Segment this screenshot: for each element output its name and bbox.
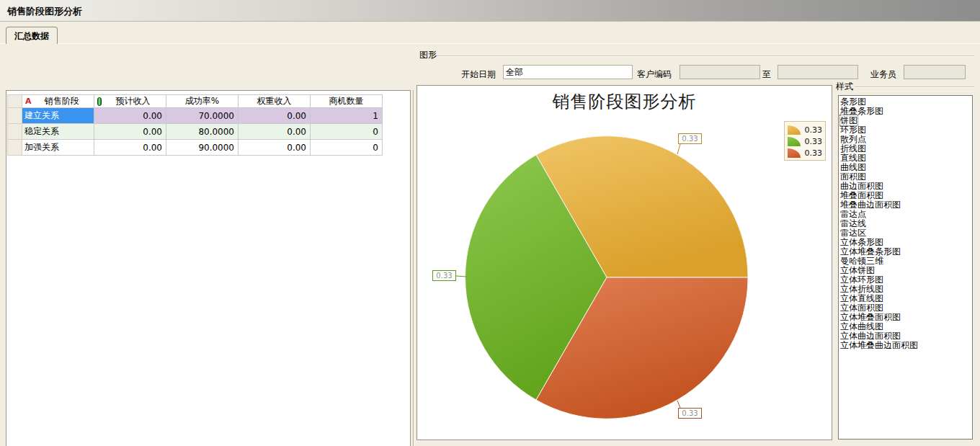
summary-table: A 销售阶段 预计收入 成功率% 权重收入 商机数量 bbox=[7, 94, 383, 156]
col-header-opportunity-count[interactable]: 商机数量 bbox=[311, 95, 383, 108]
customer-code-input[interactable] bbox=[680, 65, 760, 79]
table-header-row: A 销售阶段 预计收入 成功率% 权重收入 商机数量 bbox=[8, 95, 383, 108]
tab-label: 汇总数据 bbox=[14, 31, 49, 41]
cell-expected[interactable]: 0.00 bbox=[94, 108, 166, 124]
style-group-label: 样式 bbox=[836, 81, 853, 93]
cell-success[interactable]: 80.0000 bbox=[166, 124, 239, 140]
graph-group-label: 图形 bbox=[419, 49, 437, 61]
summary-table-panel: A 销售阶段 预计收入 成功率% 权重收入 商机数量 bbox=[6, 90, 411, 446]
cell-weighted[interactable]: 0.00 bbox=[239, 140, 311, 156]
to-label: 至 bbox=[762, 67, 771, 81]
pie-label-red: 0.33 bbox=[678, 408, 702, 419]
chart-legend: 0.33 0.33 0.33 bbox=[784, 121, 826, 161]
tab-page: A 销售阶段 预计收入 成功率% 权重收入 商机数量 bbox=[0, 43, 980, 446]
style-group-line bbox=[855, 86, 974, 88]
tab-summary-data[interactable]: 汇总数据 bbox=[6, 27, 58, 44]
row-selector[interactable] bbox=[8, 124, 22, 140]
chart-title: 销售阶段图形分析 bbox=[417, 90, 832, 113]
sales-stage-analysis-window: 销售阶段图形分析 汇总数据 A 销售阶段 bbox=[0, 0, 980, 446]
sort-a-icon: A bbox=[24, 97, 32, 106]
style-item-stacked-bar[interactable]: 堆叠条形图 bbox=[840, 107, 972, 116]
pie-label-green: 0.33 bbox=[432, 270, 456, 281]
window-title-bar: 销售阶段图形分析 bbox=[0, 0, 980, 22]
cell-expected[interactable]: 0.00 bbox=[94, 140, 166, 156]
col-header-expected-income[interactable]: 预计收入 bbox=[94, 95, 166, 108]
row-selector[interactable] bbox=[8, 140, 22, 156]
col-header-weighted-income[interactable]: 权重收入 bbox=[239, 95, 311, 108]
table-row[interactable]: 稳定关系 0.00 80.0000 0.00 0 bbox=[8, 124, 383, 140]
leader-line-orange bbox=[677, 144, 680, 154]
cell-stage[interactable]: 加强关系 bbox=[22, 140, 94, 156]
salesperson-input[interactable] bbox=[904, 65, 966, 79]
customer-code-to-input[interactable] bbox=[778, 65, 858, 79]
cell-weighted[interactable]: 0.00 bbox=[239, 108, 311, 124]
legend-entry: 0.33 bbox=[788, 147, 822, 159]
start-date-input[interactable] bbox=[503, 65, 633, 79]
cell-count[interactable]: 0 bbox=[311, 124, 383, 140]
cell-count[interactable]: 1 bbox=[311, 108, 383, 124]
table-row[interactable]: 建立关系 0.00 70.0000 0.00 1 bbox=[8, 108, 383, 124]
style-item-3d-stacked-curved-area[interactable]: 立体堆叠曲边面积图 bbox=[840, 341, 972, 350]
cell-success[interactable]: 90.0000 bbox=[166, 140, 239, 156]
pie-chart bbox=[417, 86, 832, 440]
cell-count[interactable]: 0 bbox=[311, 140, 383, 156]
row-selector-header bbox=[8, 95, 22, 108]
chart-panel: 销售阶段图形分析 0.33 0.33 0.33 0.33 0.33 0.33 bbox=[416, 85, 832, 440]
legend-entry: 0.33 bbox=[788, 135, 822, 147]
col-header-stage[interactable]: A 销售阶段 bbox=[22, 95, 94, 108]
leader-line-red bbox=[677, 401, 680, 408]
legend-swatch-orange-icon bbox=[788, 125, 801, 135]
cell-weighted[interactable]: 0.00 bbox=[239, 124, 311, 140]
customer-code-label: 客户编码 bbox=[637, 67, 672, 81]
cell-stage-selected[interactable]: 建立关系 bbox=[22, 108, 94, 124]
page-title: 销售阶段图形分析 bbox=[7, 5, 82, 18]
chart-style-listbox[interactable]: 条形图 堆叠条形图 饼图 环形图 散列点 折线图 直线图 曲线图 面积图 曲边面… bbox=[838, 95, 973, 440]
cell-success[interactable]: 70.0000 bbox=[166, 108, 239, 124]
graph-group-line bbox=[437, 55, 974, 57]
legend-entry: 0.33 bbox=[788, 124, 822, 135]
col-header-success-rate[interactable]: 成功率% bbox=[166, 95, 239, 108]
legend-swatch-red-icon bbox=[788, 148, 801, 158]
leader-line-green bbox=[456, 276, 466, 277]
legend-swatch-green-icon bbox=[788, 137, 801, 146]
panel-splitter[interactable] bbox=[413, 90, 414, 446]
cell-stage[interactable]: 稳定关系 bbox=[22, 124, 94, 140]
row-selector[interactable] bbox=[8, 108, 22, 124]
start-date-label: 开始日期 bbox=[461, 67, 496, 81]
table-row[interactable]: 加强关系 0.00 90.0000 0.00 0 bbox=[8, 140, 383, 156]
cell-expected[interactable]: 0.00 bbox=[94, 124, 166, 140]
pie-label-orange: 0.33 bbox=[678, 133, 702, 144]
salesperson-label: 业务员 bbox=[870, 67, 896, 81]
